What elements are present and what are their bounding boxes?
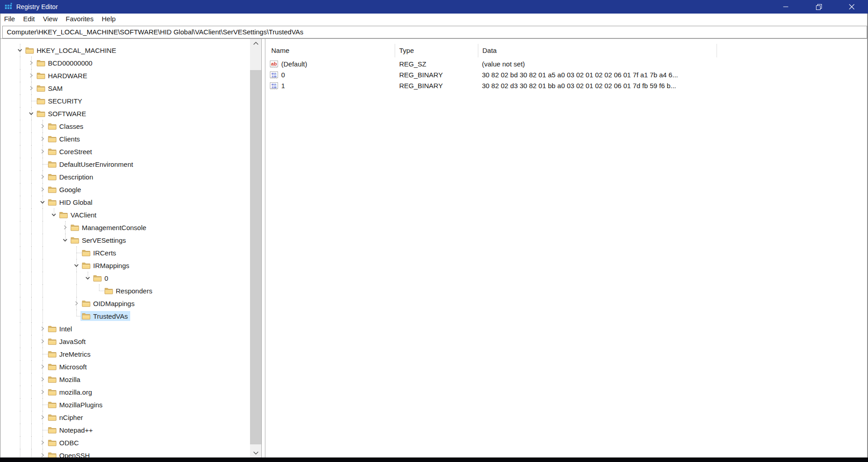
close-button[interactable] xyxy=(839,0,865,14)
tree-item-ncipher[interactable]: nCipher xyxy=(47,412,85,422)
tree-item-software[interactable]: SOFTWARE xyxy=(35,108,88,118)
expand-toggle[interactable] xyxy=(39,148,46,155)
menu-item-edit[interactable]: Edit xyxy=(19,14,39,23)
expand-toggle[interactable] xyxy=(73,300,80,306)
tree-guide-line xyxy=(20,145,20,158)
expand-toggle[interactable] xyxy=(28,85,34,91)
tree-guide-line xyxy=(31,360,32,373)
tree-item-classes[interactable]: Classes xyxy=(47,121,85,131)
tree-item-intel[interactable]: Intel xyxy=(47,324,74,334)
column-separator[interactable] xyxy=(717,44,717,57)
expand-toggle[interactable] xyxy=(39,439,46,446)
column-header-data[interactable]: Data xyxy=(482,47,497,54)
list-row[interactable]: 0111100REG_BINARY30 82 02 bd 30 82 01 a5… xyxy=(265,70,867,80)
tree-item-openssh[interactable]: OpenSSH xyxy=(47,450,92,457)
scroll-down-button[interactable] xyxy=(250,448,261,457)
expand-toggle[interactable] xyxy=(39,325,46,332)
column-separator[interactable] xyxy=(478,44,478,57)
tree-row-javasoft: JavaSoft xyxy=(0,335,250,348)
folder-icon xyxy=(25,47,34,54)
chevron-collapsed-icon xyxy=(39,376,46,382)
minimize-button[interactable] xyxy=(773,0,799,14)
collapse-toggle[interactable] xyxy=(73,262,80,269)
expand-toggle[interactable] xyxy=(39,389,46,395)
tree-guide-line xyxy=(20,94,20,107)
menu-item-favorites[interactable]: Favorites xyxy=(61,14,98,23)
expand-toggle[interactable] xyxy=(39,186,46,193)
expand-toggle[interactable] xyxy=(39,376,46,382)
menu-item-help[interactable]: Help xyxy=(98,14,120,23)
menu-item-view[interactable]: View xyxy=(39,14,61,23)
tree-item-hardware[interactable]: HARDWARE xyxy=(35,71,90,80)
column-header-name[interactable]: Name xyxy=(271,47,289,54)
tree-guide-line xyxy=(20,132,20,145)
tree-item-security[interactable]: SECURITY xyxy=(35,96,85,106)
pane-divider[interactable] xyxy=(261,39,265,457)
expand-toggle[interactable] xyxy=(28,72,34,79)
collapse-toggle[interactable] xyxy=(39,199,46,205)
tree-item-microsoft[interactable]: Microsoft xyxy=(47,362,89,372)
tree-guide-line xyxy=(20,373,20,386)
collapse-toggle[interactable] xyxy=(85,275,91,281)
tree-item-managementconsole[interactable]: ManagementConsole xyxy=(69,222,149,232)
tree-item-mozilla-org[interactable]: mozilla.org xyxy=(47,387,94,397)
tree-item-notepad-[interactable]: Notepad++ xyxy=(47,425,95,435)
tree-guide-line xyxy=(20,297,20,310)
column-separator[interactable] xyxy=(395,44,395,57)
tree-item-oidmappings[interactable]: OIDMappings xyxy=(80,298,137,308)
tree-item-sam[interactable]: SAM xyxy=(35,83,65,93)
expand-toggle[interactable] xyxy=(39,136,46,142)
tree-item-javasoft[interactable]: JavaSoft xyxy=(47,336,88,346)
expand-toggle[interactable] xyxy=(39,338,46,344)
collapse-toggle[interactable] xyxy=(17,47,23,53)
tree-item-hkey-local-machine[interactable]: HKEY_LOCAL_MACHINE xyxy=(24,45,118,55)
list-row[interactable]: ab(Default)REG_SZ(value not set) xyxy=(265,59,867,70)
tree-row-odbc: ODBC xyxy=(0,436,250,449)
tree-item-hid-global[interactable]: HID Global xyxy=(47,197,94,207)
tree-item-0[interactable]: 0 xyxy=(92,273,110,283)
tree-item-label: OIDMappings xyxy=(93,300,135,307)
tree-guide-line xyxy=(42,246,43,259)
expand-toggle[interactable] xyxy=(62,224,68,231)
tree-item-trustedvas[interactable]: TrustedVAs xyxy=(80,311,130,321)
tree-item-description[interactable]: Description xyxy=(47,172,95,182)
tree-item-vaclient[interactable]: VAClient xyxy=(58,210,99,220)
collapse-toggle[interactable] xyxy=(62,237,68,243)
menu-item-file[interactable]: File xyxy=(0,14,19,23)
list-row[interactable]: 0111101REG_BINARY30 82 02 d3 30 82 01 bb… xyxy=(265,80,867,91)
expand-toggle[interactable] xyxy=(39,414,46,420)
collapse-toggle[interactable] xyxy=(51,212,57,218)
tree-item-clients[interactable]: Clients xyxy=(47,134,82,144)
tree-scrollbar[interactable] xyxy=(250,39,261,457)
expand-toggle[interactable] xyxy=(39,123,46,129)
tree-item-servesettings[interactable]: SerVESettings xyxy=(69,235,128,245)
expand-toggle[interactable] xyxy=(39,174,46,180)
tree-item-bcd00000000[interactable]: BCD00000000 xyxy=(35,58,94,68)
collapse-toggle[interactable] xyxy=(28,110,34,117)
tree-guide-line xyxy=(31,411,32,424)
tree-guide-line xyxy=(76,310,77,316)
tree-item-google[interactable]: Google xyxy=(47,184,83,194)
address-bar[interactable]: Computer\HKEY_LOCAL_MACHINE\SOFTWARE\HID… xyxy=(2,26,867,38)
tree-row-clients: Clients xyxy=(0,132,250,145)
scroll-up-button[interactable] xyxy=(250,39,261,48)
expand-toggle[interactable] xyxy=(39,452,46,457)
folder-icon xyxy=(37,98,45,104)
tree-item-defaultuserenvironment[interactable]: DefaultUserEnvironment xyxy=(47,159,135,169)
tree-item-mozilla[interactable]: Mozilla xyxy=(47,374,83,384)
tree-item-jremetrics[interactable]: JreMetrics xyxy=(47,349,93,359)
chevron-expanded-icon xyxy=(17,47,23,53)
tree-item-irmappings[interactable]: IRMappings xyxy=(80,260,132,270)
scroll-thumb[interactable] xyxy=(250,70,261,444)
expand-toggle[interactable] xyxy=(28,60,34,66)
tree-item-mozillaplugins[interactable]: MozillaPlugins xyxy=(47,400,105,410)
tree-item-corestreet[interactable]: CoreStreet xyxy=(47,146,94,156)
tree-item-label: OpenSSH xyxy=(59,452,90,458)
tree-item-ircerts[interactable]: IRCerts xyxy=(80,248,118,258)
chevron-collapsed-icon xyxy=(39,414,46,420)
tree-item-responders[interactable]: Responders xyxy=(103,286,155,296)
tree-item-odbc[interactable]: ODBC xyxy=(47,438,81,448)
column-header-type[interactable]: Type xyxy=(399,47,414,54)
restore-button[interactable] xyxy=(806,0,832,14)
expand-toggle[interactable] xyxy=(39,363,46,370)
